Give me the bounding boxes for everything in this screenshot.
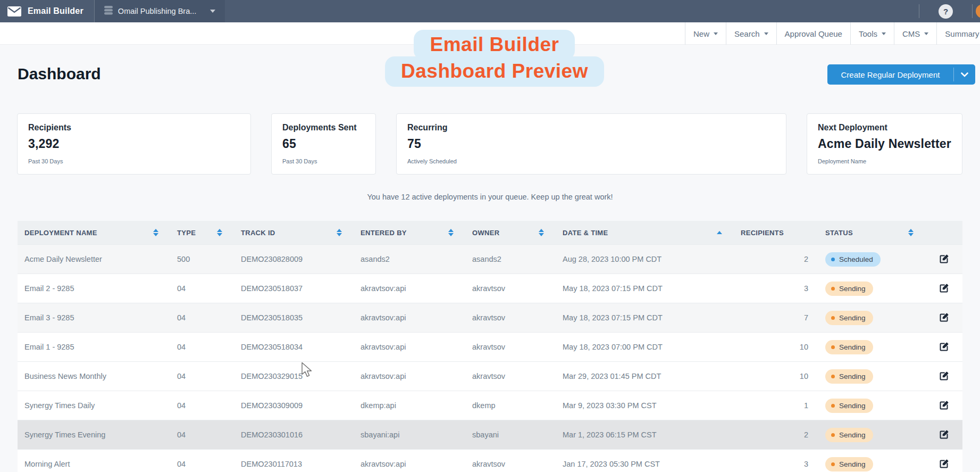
column-header-label: DATE & TIME — [563, 229, 608, 237]
brand-selector[interactable]: Omail Publishing Bra... — [95, 0, 225, 22]
cell-track-id: DEMO230329015 — [234, 372, 354, 380]
column-header[interactable]: STATUS — [814, 221, 925, 244]
stat-value: 65 — [282, 137, 365, 151]
cell-edit — [925, 310, 962, 325]
cell-edit — [925, 339, 962, 354]
column-header[interactable]: TYPE — [170, 221, 234, 244]
edit-icon — [939, 283, 949, 294]
nav-item[interactable]: Approval Queue — [776, 22, 850, 45]
stat-value: Acme Daily Newsletter — [818, 137, 951, 151]
edit-icon — [939, 254, 949, 264]
status-dot-icon — [831, 316, 835, 320]
cell-deployment-name: Morning Alert — [18, 460, 170, 468]
cell-deployment-name: Acme Daily Newsletter — [18, 255, 170, 263]
sort-asc-icon[interactable] — [717, 231, 722, 234]
column-header[interactable]: ENTERED BY — [354, 221, 465, 244]
help-button[interactable]: ? — [939, 4, 953, 19]
nav-item[interactable]: CMS — [894, 22, 936, 45]
nav-item-label: Summary — [945, 29, 979, 38]
cell-date-time: Mar 29, 2023 01:45 PM CDT — [556, 372, 734, 380]
sort-both-icon[interactable] — [908, 229, 914, 236]
page-title: Dashboard — [18, 65, 101, 83]
overlay-line2: Dashboard Preview — [385, 56, 604, 87]
nav-item[interactable]: Summary — [936, 22, 980, 45]
sort-both-icon[interactable] — [337, 229, 342, 236]
table-row[interactable]: Business News Monthly 04 DEMO230329015 a… — [18, 361, 962, 391]
table-body: Acme Daily Newsletter 500 DEMO230828009 … — [18, 244, 962, 472]
queue-message: You have 12 active deployments in your q… — [18, 193, 962, 201]
column-header[interactable]: TRACK ID — [234, 221, 354, 244]
cell-deployment-name: Email 3 - 9285 — [18, 313, 170, 322]
cell-recipients: 2 — [734, 255, 814, 263]
cell-deployment-name: Synergy Times Evening — [18, 430, 170, 439]
column-header[interactable]: OWNER — [465, 221, 556, 244]
sort-both-icon[interactable] — [153, 229, 158, 236]
sort-both-icon[interactable] — [217, 229, 222, 236]
table-row[interactable]: Synergy Times Evening 04 DEMO230301016 s… — [18, 420, 962, 449]
cell-date-time: May 18, 2023 07:15 PM CDT — [556, 313, 734, 322]
cell-owner: akravtsov — [465, 372, 556, 380]
status-badge: Sending — [825, 311, 873, 325]
stat-card: Next Deployment Acme Daily Newsletter De… — [807, 113, 962, 175]
cell-type: 04 — [170, 430, 234, 439]
status-label: Sending — [839, 460, 866, 468]
table-row[interactable]: Email 1 - 9285 04 DEMO230518034 akravtso… — [18, 332, 962, 361]
chevron-down-icon — [764, 32, 768, 35]
edit-button[interactable] — [936, 339, 951, 354]
sort-both-icon[interactable] — [448, 229, 454, 236]
column-header-label: TYPE — [177, 229, 196, 237]
avatar[interactable] — [976, 4, 980, 18]
edit-icon — [939, 429, 949, 440]
create-button-label[interactable]: Create Regular Deployment — [827, 64, 953, 85]
edit-icon — [939, 400, 949, 411]
cell-recipients: 1 — [734, 401, 814, 410]
column-header[interactable] — [925, 221, 962, 244]
column-header-label: RECIPIENTS — [741, 229, 784, 237]
edit-button[interactable] — [936, 457, 951, 471]
cell-recipients: 10 — [734, 343, 814, 351]
cell-status: Sending — [814, 281, 925, 296]
table-row[interactable]: Email 2 - 9285 04 DEMO230518037 akravtso… — [18, 274, 962, 303]
cell-recipients: 3 — [734, 460, 814, 468]
edit-button[interactable] — [936, 310, 951, 325]
chevron-down-icon — [714, 32, 718, 35]
cell-entered-by: dkemp:api — [354, 401, 465, 410]
cell-entered-by: akravtsov:api — [354, 313, 465, 322]
table-row[interactable]: Morning Alert 04 DEMO230117013 akravtsov… — [18, 449, 962, 472]
create-button-dropdown[interactable] — [954, 64, 975, 85]
cell-type: 04 — [170, 401, 234, 410]
edit-button[interactable] — [936, 427, 951, 442]
column-header[interactable]: RECIPIENTS — [734, 221, 814, 244]
column-header-label: STATUS — [825, 229, 853, 237]
status-label: Sending — [839, 431, 866, 439]
sort-both-icon[interactable] — [539, 229, 544, 236]
table-row[interactable]: Synergy Times Daily 04 DEMO230309009 dke… — [18, 391, 962, 420]
cell-track-id: DEMO230301016 — [234, 430, 354, 439]
nav-item[interactable]: Search — [726, 22, 776, 45]
status-badge: Sending — [825, 281, 873, 296]
cell-entered-by: akravtsov:api — [354, 460, 465, 468]
status-badge: Sending — [825, 457, 873, 471]
stat-cards: Recipients 3,292 Past 30 Days Deployment… — [17, 113, 962, 175]
column-header[interactable]: DEPLOYMENT NAME — [18, 221, 170, 244]
status-badge: Sending — [825, 428, 873, 442]
nav-item[interactable]: New — [685, 22, 726, 45]
edit-button[interactable] — [936, 398, 951, 413]
cell-date-time: Aug 28, 2023 10:00 PM CDT — [556, 255, 734, 263]
cell-status: Sending — [814, 311, 925, 325]
status-dot-icon — [831, 345, 835, 349]
nav-item-label: CMS — [902, 29, 920, 38]
edit-icon — [939, 371, 949, 382]
create-regular-deployment-button[interactable]: Create Regular Deployment — [827, 64, 975, 85]
cell-type: 04 — [170, 343, 234, 351]
edit-button[interactable] — [936, 252, 951, 267]
table-row[interactable]: Acme Daily Newsletter 500 DEMO230828009 … — [18, 244, 962, 274]
column-header[interactable]: DATE & TIME — [556, 221, 734, 244]
edit-button[interactable] — [936, 281, 951, 296]
cell-owner: akravtsov — [465, 343, 556, 351]
nav-item[interactable]: Tools — [850, 22, 894, 45]
table-row[interactable]: Email 3 - 9285 04 DEMO230518035 akravtso… — [18, 303, 962, 332]
cell-type: 04 — [170, 460, 234, 468]
edit-button[interactable] — [936, 369, 951, 384]
status-label: Sending — [839, 314, 866, 322]
